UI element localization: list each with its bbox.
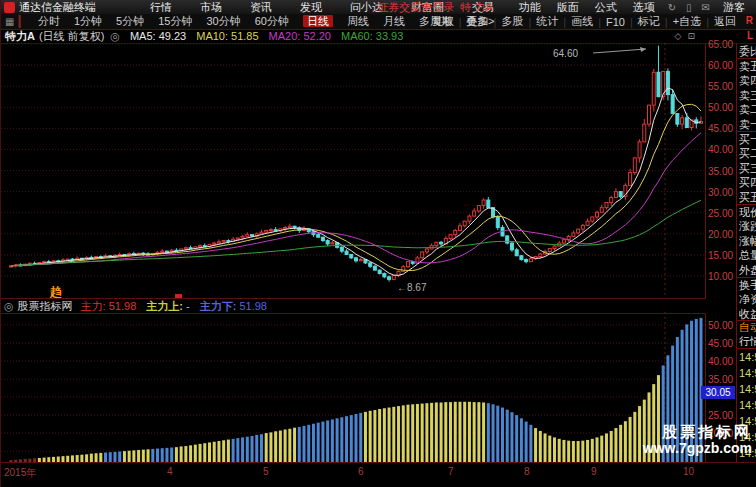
refresh-icon[interactable]: ↻ [668, 2, 676, 13]
period-tab-15分钟[interactable]: 15分钟 [158, 15, 192, 27]
quote-divider [737, 277, 756, 278]
login-status: 证券交易未登录 [377, 0, 454, 15]
watermark: 股票指标网 www.7gpzb.com [562, 424, 752, 456]
svg-text:←8.67: ←8.67 [397, 282, 427, 293]
month-label-6: 6 [358, 466, 364, 477]
price-tick: 45.00 [708, 123, 740, 134]
quote-row-卖四: 卖四 [739, 73, 756, 88]
menu-right-items: 功能版面公式选项 [511, 0, 663, 15]
indicator-tick: 35.00 [708, 374, 740, 385]
month-label-10: 10 [683, 466, 694, 477]
tool-标记[interactable]: 标记 [638, 14, 660, 29]
price-tick: 65.00 [708, 39, 740, 50]
period-toolbar-right: 复权|叠加|多股|统计|画线|F10|标记|+自选|返回 [427, 14, 741, 29]
month-label-4: 4 [167, 466, 173, 477]
app-logo-icon[interactable] [4, 2, 15, 13]
toolbar-separator: | [528, 16, 531, 28]
quote-row-卖三: 卖三 [739, 88, 756, 103]
tick-time: 14:5 [739, 367, 756, 379]
indicator-settings-icon[interactable]: ◎ [110, 30, 120, 43]
period-tab-分时[interactable]: 分时 [38, 15, 60, 27]
month-label-8: 8 [524, 466, 530, 477]
quote-row-总量: 总量 [739, 248, 756, 263]
mail-icon[interactable]: ✉ [702, 2, 710, 13]
toolbar-separator: ▎ [18, 15, 26, 28]
period-tab-周线[interactable]: 周线 [347, 15, 369, 27]
period-tab-5分钟[interactable]: 5分钟 [116, 15, 144, 27]
mobile-icon[interactable]: ▯ [686, 2, 692, 13]
grid-icon[interactable]: ▦ [5, 16, 14, 27]
price-tick: 30.00 [708, 187, 740, 198]
menu-item-0[interactable]: 行情 [150, 1, 172, 13]
toolbar-separator: | [563, 16, 566, 28]
main-chart-canvas: 64.60←8.67 [1, 43, 706, 298]
quote-row-买二: 买二 [739, 146, 756, 161]
price-tick: 25.00 [708, 208, 740, 219]
ma-legend-2: MA20: 52.20 [269, 30, 331, 42]
tool-叠加[interactable]: 叠加 [467, 14, 489, 29]
corner-badge-r[interactable]: R [746, 15, 753, 26]
tdx-terminal-window: 通达信金融终端 行情市场资讯发现问小达财富圈交易 证券交易未登录 特 力A 功能… [0, 0, 756, 487]
price-tick: 20.00 [708, 229, 740, 240]
menu-right-item-2[interactable]: 公式 [595, 1, 617, 13]
toolbar-separator: | [494, 16, 497, 28]
main-chart[interactable]: 64.60←8.67 [1, 43, 706, 298]
month-label-9: 9 [591, 466, 597, 477]
price-tick: 15.00 [708, 250, 740, 261]
svg-text:64.60: 64.60 [553, 48, 578, 59]
quote-row-买三: 买三 [739, 161, 756, 176]
quote-row-涨幅: 涨幅 [739, 234, 756, 249]
quote-label[interactable]: 行情 [739, 334, 756, 349]
toolbar-separator: | [598, 16, 601, 28]
toolbar-separator: | [665, 16, 668, 28]
indicator-eye-icon[interactable]: ◎ [4, 300, 14, 313]
period-tab-1分钟[interactable]: 1分钟 [74, 15, 102, 27]
price-tick: 10.00 [708, 271, 740, 282]
menubar-right: 证券交易未登录 特 力A 功能版面公式选项 ↻ ▯ ✉ 游客 [377, 0, 753, 14]
toolbar-separator: | [459, 16, 462, 28]
toolbar-separator: | [630, 16, 633, 28]
current-value-box: 30.05 [701, 386, 735, 399]
menu-right-item-1[interactable]: 版面 [557, 1, 579, 13]
tick-time: 14:5 [739, 383, 756, 395]
tool-统计[interactable]: 统计 [536, 14, 558, 29]
period-tab-60分钟[interactable]: 60分钟 [255, 15, 289, 27]
tool-画线[interactable]: 画线 [571, 14, 593, 29]
price-tick: 60.00 [708, 60, 740, 71]
quote-row-现价: 现价 [739, 205, 756, 220]
menu-item-2[interactable]: 资讯 [250, 1, 272, 13]
period-tab-日线[interactable]: 日线 [303, 15, 333, 27]
auto-label[interactable]: 自动 [739, 320, 756, 335]
period-tab-30分钟[interactable]: 30分钟 [206, 15, 240, 27]
menu-right-item-0[interactable]: 功能 [519, 1, 541, 13]
window-icon[interactable]: ⊡ [687, 31, 701, 41]
tool-返回[interactable]: 返回 [714, 14, 736, 29]
tool-多股[interactable]: 多股 [501, 14, 523, 29]
tool-F10[interactable]: F10 [606, 16, 625, 28]
price-tick: 55.00 [708, 81, 740, 92]
month-label-5: 5 [263, 466, 269, 477]
price-tick: 35.00 [708, 166, 740, 177]
tick-time: 14:5 [739, 351, 756, 363]
indicator-tick: 45.00 [708, 338, 740, 349]
quote-row-卖二: 卖二 [739, 102, 756, 117]
month-label-7: 7 [448, 466, 454, 477]
corner-badge-l: L [747, 30, 753, 41]
menubar: 通达信金融终端 行情市场资讯发现问小达财富圈交易 证券交易未登录 特 力A 功能… [1, 0, 756, 14]
tool-+自选[interactable]: +自选 [673, 14, 701, 29]
guest-button[interactable]: 游客 [723, 0, 745, 15]
quote-row-买一: 买一 [739, 132, 756, 147]
tick-time: 14:5 [739, 399, 756, 411]
diamond-icon[interactable]: ◇ [675, 31, 688, 41]
indicator-tick: 40.00 [708, 356, 740, 367]
menu-right-item-3[interactable]: 选项 [633, 1, 655, 13]
quote-divider [737, 204, 756, 205]
tool-复权[interactable]: 复权 [432, 14, 454, 29]
chart-corner-icons[interactable]: ◇⊡ [675, 31, 701, 41]
period-tab-月线[interactable]: 月线 [383, 15, 405, 27]
menu-item-1[interactable]: 市场 [200, 1, 222, 13]
price-tick: 50.00 [708, 102, 740, 113]
menu-item-3[interactable]: 发现 [300, 1, 322, 13]
month-label-2015年: 2015年 [4, 466, 36, 480]
chart-subtitle: (日线 前复权) [39, 29, 104, 44]
